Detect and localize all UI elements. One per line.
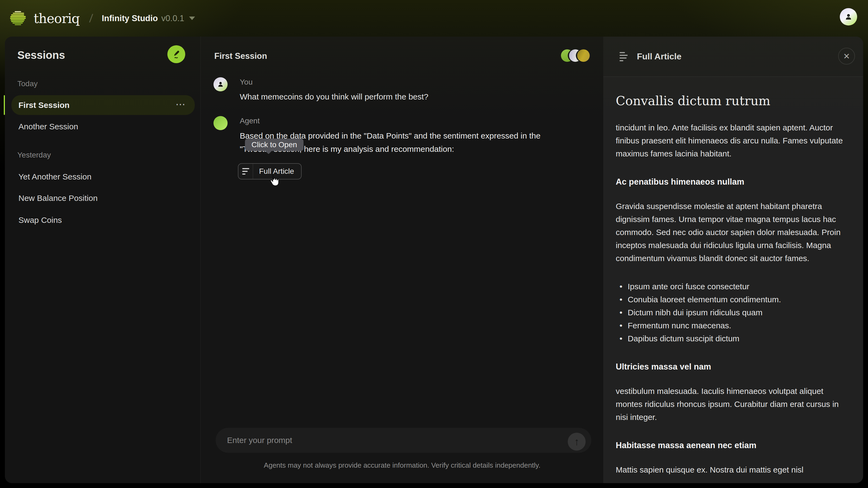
cursor-pointer-icon [268, 173, 280, 187]
sidebar-item-another-session[interactable]: Another Session [19, 123, 78, 131]
session-label: First Session [19, 101, 69, 110]
selected-session-accent-bar [4, 95, 5, 115]
session-menu-icon[interactable]: ⋯ [176, 98, 186, 110]
article-paragraph: vestibulum malesuada. Iaculis himenaeos … [616, 385, 851, 424]
sessions-sidebar: Sessions Today First Session ⋯ Another S… [5, 37, 201, 483]
list-item: Dapibus dictum suscipit dictum [616, 332, 851, 345]
breadcrumb-separator: / [89, 12, 93, 25]
message-author-agent: Agent [240, 117, 259, 125]
full-article-panel: Full Article ✕ Convallis dictum rutrum t… [603, 37, 863, 483]
list-item: Fermentum nunc maecenas. [616, 319, 851, 332]
new-session-button[interactable] [167, 45, 185, 63]
article-content[interactable]: Convallis dictum rutrum tincidunt in leo… [603, 77, 863, 483]
article-paragraph: Gravida suspendisse molestie at aptent h… [616, 200, 851, 265]
click-to-open-tooltip: Click to Open [245, 138, 304, 151]
prompt-placeholder: Enter your prompt [227, 428, 292, 453]
close-panel-button[interactable]: ✕ [838, 48, 855, 65]
agent-presence-avatars [561, 50, 590, 62]
message-author-you: You [240, 78, 252, 87]
prompt-input[interactable]: Enter your prompt [216, 428, 591, 453]
logo-wordmark[interactable]: theoriq [34, 11, 80, 26]
chevron-down-icon[interactable] [189, 17, 195, 20]
chat-panel: First Session You What memecoins do you … [201, 37, 603, 483]
article-lines-icon [620, 52, 628, 61]
article-subheading: Ac penatibus himenaeos nullam [616, 177, 851, 187]
article-panel-header: Full Article ✕ [603, 37, 863, 77]
user-message-text: What memecoins do you think will perform… [240, 90, 428, 103]
user-avatar[interactable] [840, 8, 857, 26]
chat-title: First Session [214, 51, 267, 61]
accuracy-disclaimer: Agents may not always provide accurate i… [201, 461, 603, 469]
sidebar-item-first-session[interactable]: First Session ⋯ [11, 95, 195, 115]
agent-message-avatar [214, 116, 227, 130]
article-panel-title: Full Article [637, 52, 681, 62]
arrow-up-icon: ↑ [574, 436, 579, 448]
send-button[interactable]: ↑ [568, 433, 586, 451]
sidebar-item-new-balance-position[interactable]: New Balance Position [19, 194, 98, 202]
article-heading: Convallis dictum rutrum [616, 94, 851, 108]
article-subheading: Ultricies massa vel nam [616, 362, 851, 372]
article-paragraph: tincidunt in leo. Ante facilisis ex blan… [616, 121, 851, 160]
close-icon: ✕ [843, 52, 850, 61]
list-item: Conubia laoreet elementum condimentum. [616, 293, 851, 306]
sidebar-title: Sessions [18, 49, 65, 61]
app-name[interactable]: Infinity Studio [102, 13, 158, 23]
presence-avatar-gold [577, 50, 590, 62]
session-group-yesterday: Yesterday [18, 151, 51, 159]
top-header: theoriq / Infinity Studio v0.0.1 [0, 0, 868, 37]
pen-icon [172, 50, 181, 59]
theoriq-logo-icon [9, 10, 27, 27]
article-lines-icon [239, 164, 253, 179]
sidebar-item-swap-coins[interactable]: Swap Coins [19, 216, 62, 224]
article-bullet-list: Ipsum ante orci fusce consectetur Conubi… [616, 280, 851, 345]
main-container: Sessions Today First Session ⋯ Another S… [5, 37, 863, 483]
list-item: Ipsum ante orci fusce consectetur [616, 280, 851, 293]
person-icon [217, 81, 224, 88]
user-message-avatar [214, 77, 227, 91]
list-item: Dictum nibh dui ipsum ridiculus quam [616, 306, 851, 319]
person-icon [844, 13, 852, 21]
article-paragraph: Mattis sapien quisque ex. Nostra dui mat… [616, 463, 851, 476]
article-subheading: Habitasse massa aenean nec etiam [616, 441, 851, 450]
session-group-today: Today [18, 79, 38, 88]
sidebar-item-yet-another-session[interactable]: Yet Another Session [19, 173, 91, 181]
app-version: v0.0.1 [161, 13, 184, 23]
